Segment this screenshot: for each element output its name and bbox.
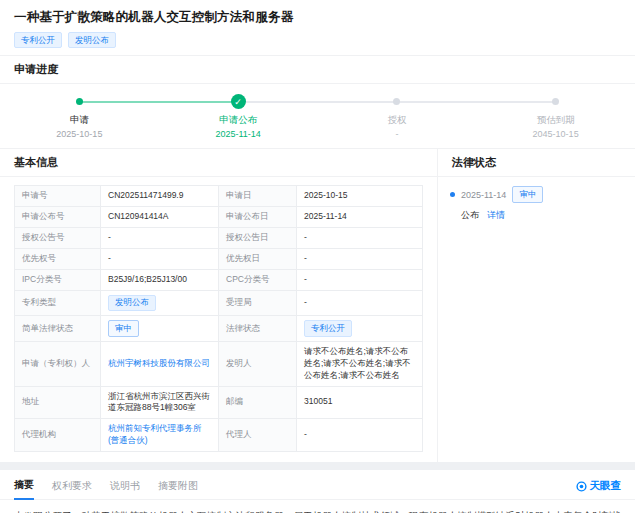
agency-label: 代理机构 (15, 419, 101, 452)
invention-publication-badge: 发明公布 (68, 32, 116, 48)
application-no-label: 申请号 (15, 186, 101, 207)
publication-date-label: 申请公布日 (219, 207, 297, 228)
simple-legal-status-label: 简单法律状态 (15, 316, 101, 341)
progress-section-title: 申请进度 (0, 55, 635, 84)
inventor-value: 请求不公布姓名;请求不公布姓名;请求不公布姓名;请求不公布姓名;请求不公布姓名 (297, 342, 423, 387)
tianyancha-eye-icon (576, 481, 587, 492)
step-label: 预估到期 (537, 114, 575, 127)
title-badges: 专利公开 发明公布 (14, 32, 621, 48)
patent-type-value: 发明公布 (101, 291, 219, 316)
timeline-step-publication: 申请公布 2025-11-14 (159, 94, 318, 139)
agent-label: 代理人 (219, 419, 297, 452)
agent-value: - (297, 419, 423, 452)
step-date: 2045-10-15 (533, 129, 579, 139)
postcode-label: 邮编 (219, 387, 297, 420)
step-done-dot-icon (76, 98, 83, 105)
step-date: - (395, 129, 398, 139)
simple-legal-status-value: 审中 (101, 316, 219, 341)
tab-claims[interactable]: 权利要求 (52, 479, 92, 499)
ipc-value: B25J9/16;B25J13/00 (101, 270, 219, 291)
applicant-label: 申请（专利权）人 (15, 342, 101, 387)
abstract-text: 本发明公开了一种基于扩散策略的机器人交互控制方法和服务器，属于机器人控制技术领域… (0, 500, 635, 513)
patent-open-badge: 专利公开 (14, 32, 62, 48)
patent-header: 一种基于扩散策略的机器人交互控制方法和服务器 专利公开 发明公布 (0, 0, 635, 55)
grant-date-value: - (297, 228, 423, 249)
brand-name: 天眼查 (590, 479, 622, 493)
step-pending-dot-icon (552, 98, 559, 105)
priority-no-value: - (101, 249, 219, 270)
legal-status-value: 专利公开 (297, 316, 423, 341)
application-no-value: CN202511471499.9 (101, 186, 219, 207)
priority-date-value: - (297, 249, 423, 270)
tab-abstract-figure[interactable]: 摘要附图 (158, 479, 198, 499)
publication-no-value: CN120941414A (101, 207, 219, 228)
cpc-value: - (297, 270, 423, 291)
cpc-label: CPC分类号 (219, 270, 297, 291)
address-value: 浙江省杭州市滨江区西兴街道东冠路88号1幢306室 (101, 387, 219, 420)
applicant-value: 杭州宇树科技股份有限公司 (101, 342, 219, 387)
legal-detail-link[interactable]: 详情 (487, 209, 505, 222)
accepting-office-value: - (297, 291, 423, 316)
step-label: 申请 (70, 114, 89, 127)
address-label: 地址 (15, 387, 101, 420)
tianyancha-logo: 天眼查 (576, 479, 622, 499)
step-check-icon (231, 94, 246, 109)
tab-abstract[interactable]: 摘要 (14, 478, 34, 500)
basic-info-table: 申请号 CN202511471499.9 申请日 2025-10-15 申请公布… (14, 185, 423, 452)
legal-status-panel: 法律状态 2025-11-14 审中 公布 详情 (437, 149, 635, 462)
step-date: 2025-11-14 (215, 129, 260, 139)
legal-pending-badge: 审中 (512, 186, 543, 202)
patent-type-badge: 发明公布 (108, 295, 156, 311)
basic-info-section: 基本信息 申请号 CN202511471499.9 申请日 2025-10-15… (0, 149, 437, 462)
patent-detail-page: 一种基于扩散策略的机器人交互控制方法和服务器 专利公开 发明公布 申请进度 申请… (0, 0, 635, 513)
application-date-value: 2025-10-15 (297, 186, 423, 207)
legal-status-item: 2025-11-14 审中 公布 详情 (438, 177, 635, 230)
timeline-step-application: 申请 2025-10-15 (0, 94, 159, 139)
patent-type-label: 专利类型 (15, 291, 101, 316)
inventor-label: 发明人 (219, 342, 297, 387)
priority-date-label: 优先权日 (219, 249, 297, 270)
step-date: 2025-10-15 (56, 129, 102, 139)
publication-date-value: 2025-11-14 (297, 207, 423, 228)
basic-info-title: 基本信息 (0, 149, 437, 177)
patent-card: 一种基于扩散策略的机器人交互控制方法和服务器 专利公开 发明公布 申请进度 申请… (0, 0, 635, 462)
info-row: 基本信息 申请号 CN202511471499.9 申请日 2025-10-15… (0, 148, 635, 462)
legal-bullet-icon (450, 192, 455, 197)
publication-no-label: 申请公布号 (15, 207, 101, 228)
application-progress-timeline: 申请 2025-10-15 申请公布 2025-11-14 授权 - 预估到期 … (0, 84, 635, 148)
timeline-step-estimated-expiry: 预估到期 2045-10-15 (476, 94, 635, 139)
grant-no-value: - (101, 228, 219, 249)
legal-status-badge: 专利公开 (304, 320, 352, 336)
priority-no-label: 优先权号 (15, 249, 101, 270)
agency-value: 杭州前知专利代理事务所(普通合伙) (101, 419, 219, 452)
page-title: 一种基于扩散策略的机器人交互控制方法和服务器 (14, 9, 621, 26)
agency-link[interactable]: 杭州前知专利代理事务所(普通合伙) (108, 423, 211, 447)
document-card: 摘要 权利要求 说明书 摘要附图 天眼查 本发明公开了一种基于扩散策略的机器人交… (0, 470, 635, 513)
accepting-office-label: 受理局 (219, 291, 297, 316)
legal-status-label: 法律状态 (219, 316, 297, 341)
applicant-link[interactable]: 杭州宇树科技股份有限公司 (108, 358, 210, 370)
application-date-label: 申请日 (219, 186, 297, 207)
timeline-step-grant: 授权 - (318, 94, 477, 139)
ipc-label: IPC分类号 (15, 270, 101, 291)
step-pending-dot-icon (393, 98, 400, 105)
step-label: 授权 (387, 114, 406, 127)
legal-panel-title: 法律状态 (438, 149, 635, 177)
grant-date-label: 授权公告日 (219, 228, 297, 249)
pending-review-badge: 审中 (108, 320, 139, 336)
tab-description[interactable]: 说明书 (110, 479, 140, 499)
step-label: 申请公布 (219, 114, 257, 127)
grant-no-label: 授权公告号 (15, 228, 101, 249)
postcode-value: 310051 (297, 387, 423, 420)
legal-event: 公布 (461, 209, 479, 222)
document-tabs: 摘要 权利要求 说明书 摘要附图 天眼查 (0, 470, 635, 500)
legal-date: 2025-11-14 (461, 190, 506, 200)
